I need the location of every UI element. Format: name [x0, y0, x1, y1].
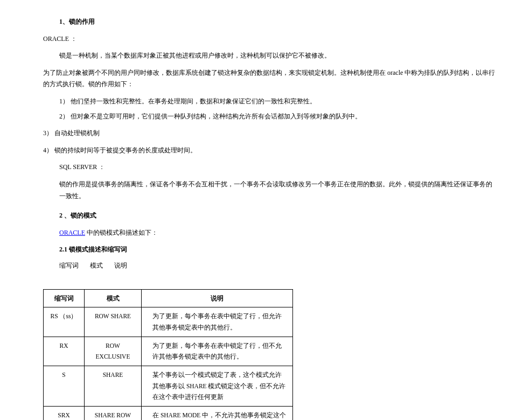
list-item-3: 3） 自动处理锁机制: [43, 128, 498, 139]
label-desc: 说明: [114, 262, 127, 269]
table-row: RS （ss） ROW SHARE 为了更新，每个事务在表中锁定了行，但允许其他…: [44, 307, 293, 337]
td-mode: SHARE ROW EXCLUSIVE: [85, 407, 142, 421]
oracle-link[interactable]: ORACLE: [59, 229, 85, 236]
th-mode: 模式: [85, 289, 142, 307]
oracle-mode-intro: ORACLE 中的锁模式和描述如下：: [59, 227, 498, 239]
heading-lock-mode: 2 、锁的模式: [59, 210, 498, 222]
table-col-labels: 缩写词 模式 说明: [59, 260, 498, 272]
table-row: RX ROW EXCLUSIVE 为了更新，每个事务在表中锁定了行，但不允许其他…: [44, 337, 293, 366]
oracle-label: ORACLE ：: [43, 33, 498, 45]
th-abbr: 缩写词: [44, 289, 85, 307]
heading-mode-desc-abbr: 2.1 锁模式描述和缩写词: [59, 244, 498, 256]
oracle-mode-intro-text: 中的锁模式和描述如下：: [85, 229, 158, 236]
td-desc: 为了更新，每个事务在表中锁定了行，但允许其他事务锁定表中的其他行。: [142, 307, 293, 337]
label-mode: 模式: [90, 262, 103, 269]
list-item-4: 4） 锁的持续时间等于被提交事务的长度或处理时间。: [43, 145, 498, 157]
sqlserver-label: SQL SERVER ：: [59, 162, 498, 173]
td-mode: ROW SHARE: [85, 307, 142, 337]
th-desc: 说明: [142, 289, 293, 307]
page-content: 1、锁的作用 ORACLE ： 锁是一种机制，当某个数据库对象正被其他进程或用户…: [0, 0, 509, 287]
td-abbr: SRX （ssx）: [44, 407, 85, 421]
td-desc: 某个事务以一个模式锁定了表，这个模式允许其他事务以 SHARE 模式锁定这个表，…: [142, 366, 293, 406]
table-header-row: 缩写词 模式 说明: [44, 289, 293, 307]
label-abbr: 缩写词: [59, 262, 79, 269]
sqlserver-desc: 锁的作用是提供事务的隔离性，保证各个事务不会互相干扰，一个事务不会读取或修改另一…: [59, 179, 498, 202]
oracle-desc-1: 锁是一种机制，当某个数据库对象正被其他进程或用户修改时，这种机制可以保护它不被修…: [59, 50, 498, 62]
td-abbr: RS （ss）: [44, 307, 85, 337]
table-row: SRX （ssx） SHARE ROW EXCLUSIVE 在 SHARE MO…: [44, 407, 293, 421]
lock-mode-table: 缩写词 模式 说明 RS （ss） ROW SHARE 为了更新，每个事务在表中…: [43, 289, 293, 421]
td-mode: SHARE: [85, 366, 142, 406]
td-desc: 在 SHARE MODE 中，不允许其他事务锁定这个表，且不允许 DML 语句。: [142, 407, 293, 421]
td-abbr: RX: [44, 337, 85, 366]
heading-lock-purpose: 1、锁的作用: [59, 16, 498, 28]
td-desc: 为了更新，每个事务在表中锁定了行，但不允许其他事务锁定表中的其他行。: [142, 337, 293, 366]
list-item-1: 1） 他们坚持一致性和完整性。在事务处理期间，数据和对象保证它们的一致性和完整性…: [59, 96, 498, 108]
td-abbr: S: [44, 366, 85, 406]
oracle-desc-2: 为了防止对象被两个不同的用户同时修改，数据库系统创建了锁这种复杂的数据结构，来实…: [43, 67, 498, 90]
td-mode: ROW EXCLUSIVE: [85, 337, 142, 366]
list-item-2: 2） 但对象不是立即可用时，它们提供一种队列结构，这种结构允许所有会话都加入到等…: [59, 111, 498, 123]
table-row: S SHARE 某个事务以一个模式锁定了表，这个模式允许其他事务以 SHARE …: [44, 366, 293, 406]
